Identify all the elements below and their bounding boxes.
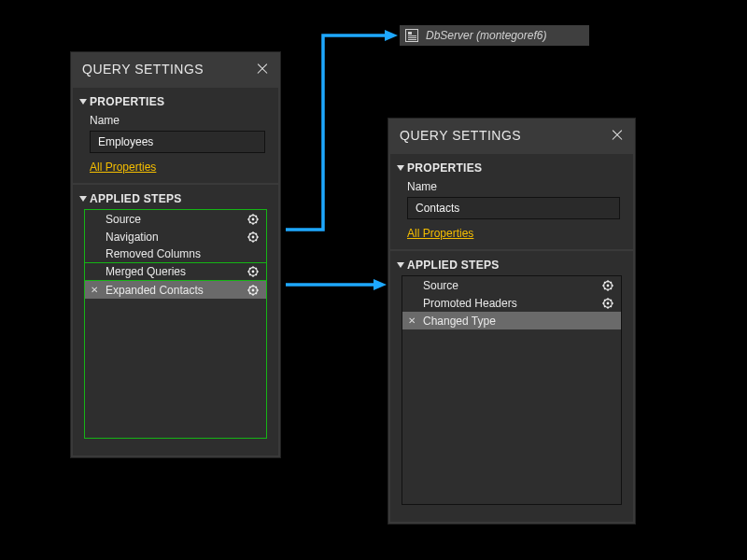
svg-line-7 — [256, 221, 257, 222]
svg-line-26 — [249, 268, 250, 269]
svg-line-57 — [611, 305, 612, 306]
close-icon[interactable] — [611, 129, 624, 142]
gear-icon[interactable] — [602, 298, 613, 309]
svg-line-27 — [256, 274, 257, 275]
properties-section: PROPERTIES Name Employees All Properties — [73, 88, 278, 183]
svg-line-48 — [611, 282, 612, 283]
svg-line-28 — [256, 268, 257, 269]
panel-title-row: QUERY SETTINGS — [71, 52, 280, 88]
svg-line-9 — [249, 221, 250, 222]
gear-icon[interactable] — [602, 280, 613, 291]
svg-point-21 — [252, 271, 255, 273]
step-item[interactable]: Source — [85, 210, 266, 228]
applied-steps-section: APPLIED STEPS Source Promoted Headers Ch… — [390, 251, 633, 522]
svg-line-36 — [249, 287, 250, 287]
step-item[interactable]: Merged Queries — [85, 263, 266, 281]
svg-marker-60 — [385, 30, 398, 41]
step-label: Expanded Contacts — [106, 284, 242, 297]
step-label: Source — [106, 213, 242, 226]
svg-point-11 — [252, 235, 255, 238]
properties-heading[interactable]: PROPERTIES — [390, 161, 633, 178]
svg-line-39 — [249, 292, 250, 293]
step-item[interactable]: Changed Type — [402, 312, 621, 329]
svg-line-49 — [604, 287, 605, 288]
svg-line-56 — [604, 300, 605, 301]
svg-marker-61 — [374, 279, 387, 290]
close-icon[interactable] — [256, 63, 269, 76]
svg-line-46 — [604, 282, 605, 283]
chevron-down-icon — [79, 99, 87, 105]
step-label: Merged Queries — [106, 265, 242, 278]
svg-point-41 — [607, 284, 610, 287]
properties-heading-label: PROPERTIES — [407, 161, 482, 175]
applied-steps-heading-label: APPLIED STEPS — [407, 259, 500, 272]
panel-title: QUERY SETTINGS — [82, 62, 204, 77]
svg-line-29 — [249, 274, 250, 275]
svg-line-8 — [256, 216, 257, 217]
gear-icon[interactable] — [247, 266, 259, 277]
query-name-input[interactable]: Employees — [90, 131, 265, 153]
query-name-input[interactable]: Contacts — [407, 197, 620, 219]
applied-steps-list: Source Navigation Removed Columns Merged… — [84, 209, 267, 439]
applied-steps-list: Source Promoted Headers Changed Type — [402, 275, 622, 505]
svg-line-16 — [249, 233, 250, 234]
step-item[interactable]: Navigation — [85, 228, 266, 245]
query-settings-panel-right: QUERY SETTINGS PROPERTIES Name Contacts … — [388, 118, 636, 525]
chevron-down-icon — [397, 262, 404, 268]
properties-heading[interactable]: PROPERTIES — [73, 95, 278, 112]
chevron-down-icon — [79, 196, 87, 202]
svg-line-47 — [611, 287, 612, 288]
svg-line-18 — [256, 233, 257, 234]
svg-point-51 — [607, 301, 610, 304]
name-label: Name — [73, 112, 278, 131]
data-source-label: DbServer (montegoref6) — [426, 29, 546, 42]
svg-line-58 — [611, 300, 612, 301]
step-label: Promoted Headers — [423, 297, 597, 310]
data-source-chip[interactable]: DbServer (montegoref6) — [400, 25, 589, 46]
svg-line-6 — [249, 216, 250, 217]
step-label: Removed Columns — [106, 247, 259, 260]
database-icon — [405, 29, 418, 42]
all-properties-link[interactable]: All Properties — [90, 161, 156, 174]
gear-icon[interactable] — [247, 231, 259, 243]
applied-steps-heading-label: APPLIED STEPS — [90, 192, 182, 205]
query-settings-panel-left: QUERY SETTINGS PROPERTIES Name Employees… — [70, 51, 281, 458]
svg-point-1 — [252, 217, 255, 220]
applied-steps-section: APPLIED STEPS Source Navigation Removed … — [73, 185, 278, 455]
step-item[interactable]: Source — [402, 276, 621, 294]
step-item[interactable]: Removed Columns — [85, 245, 266, 263]
svg-point-31 — [252, 288, 255, 291]
applied-steps-heading[interactable]: APPLIED STEPS — [73, 192, 278, 209]
step-label: Changed Type — [423, 315, 613, 328]
chevron-down-icon — [397, 165, 404, 171]
properties-heading-label: PROPERTIES — [90, 95, 164, 108]
gear-icon[interactable] — [247, 214, 259, 225]
svg-line-17 — [256, 239, 257, 240]
applied-steps-heading[interactable]: APPLIED STEPS — [390, 259, 633, 275]
panel-title-row: QUERY SETTINGS — [388, 119, 635, 154]
svg-line-59 — [604, 305, 605, 306]
svg-line-19 — [249, 239, 250, 240]
svg-line-37 — [256, 292, 257, 293]
name-label: Name — [390, 178, 633, 197]
properties-section: PROPERTIES Name Contacts All Properties — [390, 154, 633, 249]
gear-icon[interactable] — [247, 285, 259, 296]
arrow-to-right-panel — [280, 275, 392, 294]
step-label: Source — [423, 279, 597, 292]
panel-title: QUERY SETTINGS — [400, 128, 521, 143]
all-properties-link[interactable]: All Properties — [407, 227, 473, 240]
step-label: Navigation — [106, 231, 242, 244]
step-item[interactable]: Expanded Contacts — [85, 281, 266, 299]
step-item[interactable]: Promoted Headers — [402, 294, 621, 312]
svg-line-38 — [256, 287, 257, 287]
